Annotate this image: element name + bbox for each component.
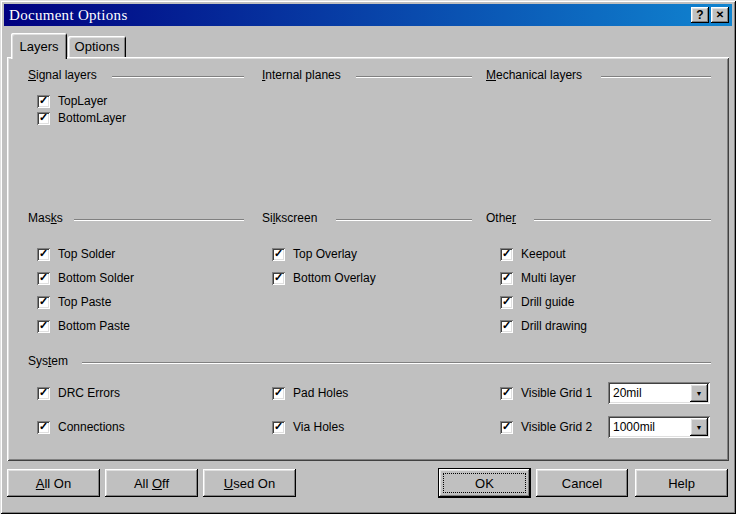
check-icon: ✓ [38,420,49,433]
checkbox-label[interactable]: Top Paste [58,296,111,309]
section-label-internal-planes: Internal planes [262,68,341,82]
checkbox-label[interactable]: DRC Errors [58,387,120,400]
tab-layers-label: Layers [19,39,58,54]
checkbox-row-multi-layer: ✓ Multi layer [500,272,576,285]
checkbox-row-pad-holes: ✓ Pad Holes [272,387,348,400]
section-label-mechanical-layers: Mechanical layers [486,68,582,82]
checkbox-row-drill-drawing: ✓ Drill drawing [500,320,587,333]
help-button[interactable]: ? [691,7,709,23]
check-icon: ✓ [273,386,284,399]
check-icon: ✓ [38,247,49,260]
checkbox-bottom-overlay[interactable]: ✓ [272,272,285,285]
visible-grid-1-combobox[interactable]: 20mil ▼ [608,382,710,404]
checkbox-label[interactable]: Top Overlay [293,248,357,261]
ok-button-label: OK [475,476,494,491]
checkbox-top-solder[interactable]: ✓ [37,248,50,261]
tab-options[interactable]: Options [68,36,126,57]
checkbox-row-bottom-overlay: ✓ Bottom Overlay [272,272,376,285]
checkbox-row-keepout: ✓ Keepout [500,248,566,261]
help-bottom-button[interactable]: Help [635,469,728,497]
check-icon: ✓ [501,420,512,433]
check-icon: ✓ [273,247,284,260]
checkbox-label[interactable]: Via Holes [293,421,344,434]
checkbox-connections[interactable]: ✓ [37,421,50,434]
section-divider [112,76,244,78]
check-icon: ✓ [273,420,284,433]
checkbox-multi-layer[interactable]: ✓ [500,272,513,285]
section-divider [74,219,244,221]
checkbox-label[interactable]: Keepout [521,248,566,261]
checkbox-row-bottom-solder: ✓ Bottom Solder [37,272,134,285]
section-label-system: System [28,354,68,368]
section-label-silkscreen: Silkscreen [262,211,317,225]
checkbox-label[interactable]: Connections [58,421,125,434]
visible-grid-1-value: 20mil [613,386,642,400]
section-label-masks: Masks [28,211,63,225]
checkbox-toplayer[interactable]: ✓ [37,95,50,108]
check-icon: ✓ [38,295,49,308]
checkbox-row-drill-guide: ✓ Drill guide [500,296,574,309]
check-icon: ✓ [38,386,49,399]
checkbox-label[interactable]: Visible Grid 2 [521,421,592,434]
title-bar[interactable]: Document Options ? ✕ [4,4,732,26]
check-icon: ✓ [501,271,512,284]
chevron-down-icon: ▼ [696,424,703,431]
checkbox-row-top-solder: ✓ Top Solder [37,248,115,261]
check-icon: ✓ [501,319,512,332]
visible-grid-2-value: 1000mil [613,420,655,434]
checkbox-bottom-paste[interactable]: ✓ [37,320,50,333]
close-button[interactable]: ✕ [711,7,729,23]
checkbox-label[interactable]: Drill guide [521,296,574,309]
checkbox-visible-grid-1[interactable]: ✓ [500,387,513,400]
check-icon: ✓ [38,319,49,332]
checkbox-top-paste[interactable]: ✓ [37,296,50,309]
checkbox-visible-grid-2[interactable]: ✓ [500,421,513,434]
dropdown-button[interactable]: ▼ [690,384,708,402]
checkbox-label[interactable]: TopLayer [58,95,107,108]
checkbox-row-bottomlayer: ✓ BottomLayer [37,112,126,125]
checkbox-label[interactable]: Bottom Overlay [293,272,376,285]
checkbox-drill-drawing[interactable]: ✓ [500,320,513,333]
section-divider [82,362,711,364]
close-icon: ✕ [716,10,724,20]
checkbox-label[interactable]: Bottom Solder [58,272,134,285]
cancel-button[interactable]: Cancel [536,469,628,497]
checkbox-label[interactable]: Visible Grid 1 [521,387,592,400]
checkbox-top-overlay[interactable]: ✓ [272,248,285,261]
checkbox-drill-guide[interactable]: ✓ [500,296,513,309]
checkbox-row-drc-errors: ✓ DRC Errors [37,387,120,400]
checkbox-label[interactable]: Pad Holes [293,387,348,400]
visible-grid-2-combobox[interactable]: 1000mil ▼ [608,416,710,438]
check-icon: ✓ [38,111,49,124]
check-icon: ✓ [501,295,512,308]
used-on-button[interactable]: Used On [203,469,296,497]
tab-options-label: Options [75,39,120,54]
ok-button[interactable]: OK [439,469,530,497]
all-off-button[interactable]: All Off [105,469,198,497]
all-on-button[interactable]: All On [7,469,100,497]
checkbox-label[interactable]: BottomLayer [58,112,126,125]
check-icon: ✓ [501,386,512,399]
checkbox-row-top-paste: ✓ Top Paste [37,296,111,309]
checkbox-label[interactable]: Multi layer [521,272,576,285]
checkbox-label[interactable]: Top Solder [58,248,115,261]
help-button-label: Help [668,476,695,491]
checkbox-via-holes[interactable]: ✓ [272,421,285,434]
checkbox-label[interactable]: Drill drawing [521,320,587,333]
checkbox-bottomlayer[interactable]: ✓ [37,112,50,125]
checkbox-label[interactable]: Bottom Paste [58,320,130,333]
section-divider [356,76,472,78]
cancel-button-label: Cancel [562,476,602,491]
checkbox-drc-errors[interactable]: ✓ [37,387,50,400]
check-icon: ✓ [38,271,49,284]
tab-layers[interactable]: Layers [11,33,67,59]
checkbox-row-connections: ✓ Connections [37,421,125,434]
check-icon: ✓ [501,247,512,260]
checkbox-bottom-solder[interactable]: ✓ [37,272,50,285]
section-divider [336,219,472,221]
checkbox-pad-holes[interactable]: ✓ [272,387,285,400]
checkbox-keepout[interactable]: ✓ [500,248,513,261]
dropdown-button[interactable]: ▼ [690,418,708,436]
section-label-signal-layers: Signal layers [28,68,97,82]
checkbox-row-visible-grid-2: ✓ Visible Grid 2 [500,421,592,434]
